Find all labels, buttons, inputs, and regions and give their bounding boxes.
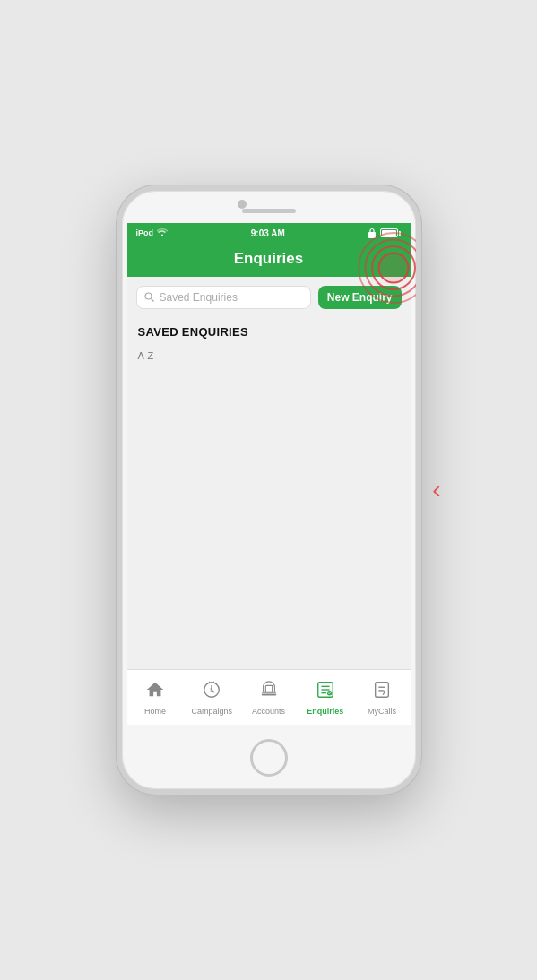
status-time: 9:03 AM — [251, 228, 285, 238]
accounts-label: Accounts — [252, 707, 285, 716]
sort-row: A-Z — [127, 345, 411, 368]
phone-camera — [238, 200, 247, 209]
new-enquiry-button[interactable]: New Enquiry — [318, 286, 402, 309]
lock-icon — [368, 228, 377, 238]
saved-enquiries-label: SAVED ENQUIRIES — [138, 325, 248, 339]
enquiries-icon — [316, 680, 335, 704]
status-right — [368, 228, 401, 238]
nav-enquiries[interactable]: Enquiries — [297, 670, 353, 725]
search-icon — [144, 292, 154, 304]
nav-home[interactable]: Home — [127, 670, 184, 725]
mycalls-icon — [372, 680, 392, 704]
accounts-icon — [259, 680, 279, 704]
page-header: Enquiries — [127, 243, 411, 277]
nav-accounts[interactable]: Accounts — [240, 670, 297, 725]
next-arrow[interactable]: ‹ — [432, 476, 440, 504]
svg-rect-13 — [376, 682, 389, 697]
page-title: Enquiries — [234, 250, 303, 267]
mycalls-label: MyCalls — [368, 707, 396, 716]
svg-rect-0 — [368, 232, 376, 238]
sort-label: A-Z — [138, 350, 154, 361]
svg-rect-7 — [265, 685, 272, 692]
wifi-icon — [157, 228, 168, 238]
search-box[interactable]: Saved Enquiries — [136, 286, 311, 309]
search-placeholder: Saved Enquiries — [160, 291, 238, 304]
search-row: Saved Enquiries New Enquiry — [127, 277, 411, 316]
campaigns-label: Campaigns — [192, 707, 233, 716]
nav-mycalls[interactable]: MyCalls — [353, 670, 410, 725]
status-left: iPod — [136, 228, 169, 238]
nav-campaigns[interactable]: $ Campaigns — [184, 670, 240, 725]
device-name: iPod — [136, 228, 154, 237]
home-label: Home — [144, 707, 166, 716]
svg-rect-6 — [261, 693, 276, 695]
phone-home-button[interactable] — [250, 739, 288, 777]
svg-point-1 — [145, 293, 152, 299]
content-area — [127, 368, 411, 669]
svg-line-2 — [151, 298, 153, 301]
screen: iPod 9:03 AM — [127, 223, 411, 725]
battery-icon — [380, 228, 401, 237]
campaigns-icon: $ — [202, 680, 221, 704]
status-bar: iPod 9:03 AM — [127, 223, 411, 243]
home-icon — [145, 680, 165, 704]
enquiries-label: Enquiries — [307, 707, 343, 716]
section-header: SAVED ENQUIRIES — [127, 316, 411, 345]
bottom-nav: Home $ Campaigns — [127, 669, 411, 725]
